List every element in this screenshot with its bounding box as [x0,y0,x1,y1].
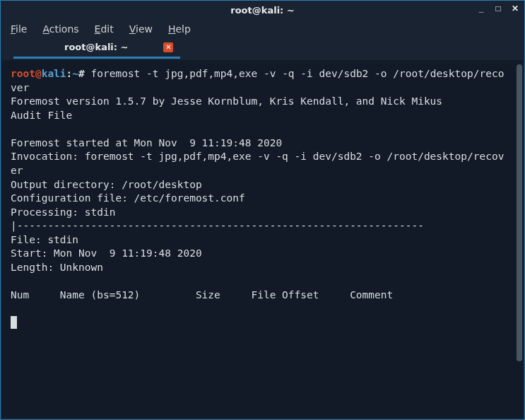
output-blank [11,303,17,315]
output-line: Output directory: /root/desktop [11,179,202,190]
output-line: Invocation: foremost -t jpg,pdf,mp4,exe … [11,151,504,176]
menu-view[interactable]: View [129,23,153,35]
window-title: root@kali: ~ [230,5,294,16]
minimize-button[interactable]: _ [476,4,486,13]
scrollbar-thumb[interactable] [517,64,522,361]
prompt-at: @ [35,68,42,79]
menu-help[interactable]: Help [168,23,191,35]
output-line: Start: Mon Nov 9 11:19:48 2020 [11,247,202,259]
menu-edit[interactable]: Edit [95,23,114,35]
menu-file[interactable]: File [11,23,27,35]
output-line: Foremost version 1.5.7 by Jesse Kornblum… [11,95,442,107]
scrollbar[interactable] [516,60,523,418]
tab-active[interactable]: root@kali: ~ ✕ [13,39,180,59]
prompt-colon: : [66,68,73,79]
output-blank [11,123,17,134]
prompt-path: ~ [72,68,78,79]
window-controls: _ □ ✕ [476,4,520,13]
close-button[interactable]: ✕ [510,4,520,13]
output-line: Configuration file: /etc/foremost.conf [11,192,245,204]
titlebar[interactable]: root@kali: ~ _ □ ✕ [1,1,524,19]
tabbar: root@kali: ~ ✕ [1,39,524,59]
output-blank [11,275,17,286]
tab-close-icon[interactable]: ✕ [163,42,173,52]
menu-actions[interactable]: Actions [42,23,78,35]
prompt-hash: # [78,68,90,79]
output-line: File: stdin [11,234,78,245]
cursor [11,316,17,329]
terminal-output[interactable]: root@kali:~# foremost -t jpg,pdf,mp4,exe… [2,60,516,418]
output-line: Length: Unknown [11,262,103,273]
output-line: |---------------------------------------… [11,220,424,231]
output-header: Num Name (bs=512) Size File Offset Comme… [11,289,393,301]
tab-label: root@kali: ~ [64,42,128,52]
output-line: Foremost started at Mon Nov 9 11:19:48 2… [11,137,282,148]
maximize-button[interactable]: □ [493,4,503,13]
output-line: Processing: stdin [11,206,115,218]
prompt-user: root [11,68,35,79]
output-line: Audit File [11,110,72,121]
menubar: File Actions Edit View Help [1,19,524,39]
terminal-window: root@kali: ~ _ □ ✕ File Actions Edit Vie… [0,0,525,420]
prompt-host: kali [42,68,66,79]
terminal-container: root@kali:~# foremost -t jpg,pdf,mp4,exe… [2,60,523,418]
